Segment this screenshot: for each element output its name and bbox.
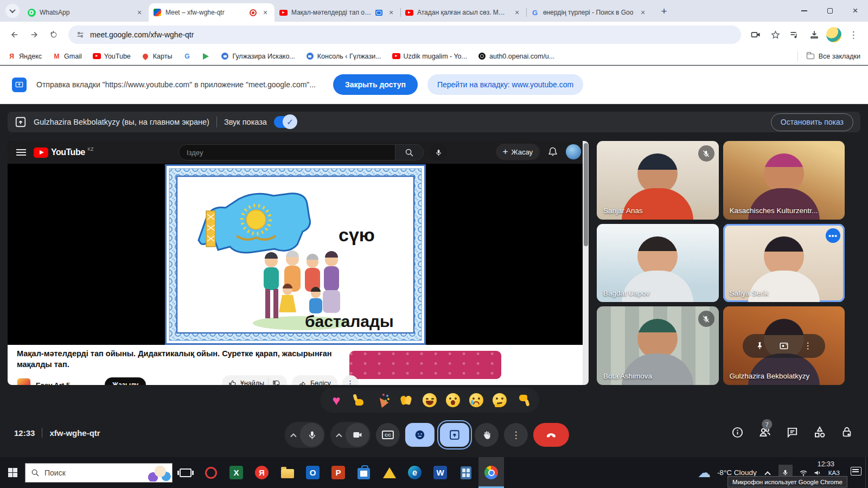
bookmark-uzdik-mugalim[interactable]: Uzdik mugalim - Yo... — [392, 52, 467, 60]
participant-tile-bota[interactable]: Bota Ashimova — [597, 306, 719, 385]
app-file-explorer[interactable] — [275, 457, 300, 488]
like-dislike-buttons[interactable]: Ұнайды — [222, 375, 287, 385]
party-popper-reaction[interactable] — [376, 393, 390, 407]
bookmark-gulzhazira[interactable]: Гулжазира Искако... — [221, 52, 295, 60]
pin-icon[interactable] — [755, 341, 764, 350]
people-panel-button[interactable]: 7 — [758, 426, 771, 439]
keyboard-language[interactable]: КАЗ — [828, 470, 840, 476]
all-bookmarks-button[interactable]: Все закладки — [797, 52, 860, 61]
participant-tile-sanjar[interactable]: Sanjar Anas — [597, 141, 719, 220]
tab-camera-access-button[interactable] — [746, 25, 765, 44]
bookmark-yandex[interactable]: ЯЯндекс — [8, 52, 42, 60]
chat-panel-button[interactable] — [786, 426, 799, 439]
youtube-search-button[interactable] — [395, 144, 424, 160]
tab-youtube-video-1[interactable]: Мақал-мәтелдерді тап ойы × — [275, 3, 400, 22]
app-microsoft-store[interactable] — [351, 457, 376, 488]
bookmark-page-button[interactable] — [766, 25, 784, 44]
weather-text[interactable]: -8°C Cloudy — [717, 468, 757, 477]
new-tab-button[interactable]: + — [656, 4, 672, 19]
subscribe-button[interactable]: Жазылу — [105, 377, 146, 385]
bookmark-openai[interactable]: auth0.openai.com/u... — [478, 52, 554, 60]
mic-button[interactable] — [300, 423, 324, 447]
effects-icon[interactable] — [779, 341, 789, 351]
weather-cloud-icon[interactable]: ☁ — [698, 467, 711, 478]
youtube-logo[interactable]: YouTube KZ — [34, 147, 93, 158]
stop-presenting-button[interactable]: Остановить показ — [771, 113, 853, 131]
app-edge[interactable]: e — [402, 457, 427, 488]
participant-tile-bagdat[interactable]: Bagdat Uapov — [597, 224, 719, 303]
tab-search-chevron-button[interactable] — [5, 4, 20, 18]
suggested-video-thumbnail[interactable] — [349, 351, 501, 379]
tab-google-search[interactable]: G өнердің түрлері - Поиск в Goo × — [526, 3, 652, 22]
address-bar[interactable]: meet.google.com/xfw-wghe-qtr — [68, 25, 741, 44]
participant-tile-safiya[interactable]: ••• Safiya Serik — [723, 224, 845, 303]
app-calculator[interactable] — [453, 457, 478, 488]
share-sound-toggle[interactable]: ✓ — [274, 116, 297, 128]
task-view-button[interactable] — [173, 457, 198, 488]
host-controls-button[interactable] — [841, 426, 853, 438]
menu-icon[interactable] — [16, 149, 26, 156]
participant-options-button[interactable]: ••• — [826, 228, 840, 243]
reload-button[interactable] — [44, 25, 63, 44]
camera-button[interactable] — [346, 423, 369, 447]
taskbar-search-box[interactable]: Поиск — [25, 463, 173, 483]
browser-menu-button[interactable]: ⋮ — [844, 25, 863, 44]
app-yandex[interactable]: Я — [249, 457, 275, 488]
thinking-face-reaction[interactable] — [493, 393, 507, 407]
page-scrollbar[interactable] — [583, 141, 589, 385]
participant-tile-gulzhazira[interactable]: ⋮ Gulzhazira Bekbolatkyzy — [723, 306, 845, 385]
bookmark-youtube[interactable]: YouTube — [93, 52, 131, 60]
youtube-search-input[interactable]: Іздеу — [178, 144, 395, 160]
scrollbar-thumb[interactable] — [584, 143, 588, 246]
share-button[interactable]: Бөлісу — [292, 375, 337, 385]
back-button[interactable] — [5, 25, 24, 44]
bookmark-gmail[interactable]: MGmail — [53, 52, 82, 60]
activities-button[interactable] — [813, 426, 826, 439]
app-outlook[interactable]: O — [300, 457, 326, 488]
participant-tile-kulturzentrum[interactable]: Kasachisches Kulturzentr... — [723, 141, 845, 220]
minimize-button[interactable] — [792, 0, 817, 22]
youtube-profile-avatar[interactable] — [566, 144, 581, 159]
app-google-drive[interactable] — [376, 457, 402, 488]
notifications-bell-icon[interactable] — [547, 146, 558, 157]
close-icon[interactable]: × — [512, 8, 522, 17]
youtube-create-button[interactable]: + Жасау — [496, 144, 540, 160]
mic-options-button[interactable] — [287, 433, 300, 437]
close-window-button[interactable]: × — [843, 0, 868, 22]
bookmark-console[interactable]: Консоль ‹ Гүлжази... — [306, 52, 381, 60]
astonished-face-reaction[interactable] — [446, 393, 460, 407]
app-opera[interactable] — [198, 457, 224, 488]
raise-hand-button[interactable] — [475, 423, 499, 447]
profile-avatar[interactable] — [825, 25, 843, 44]
notification-center-icon[interactable] — [851, 467, 861, 476]
channel-avatar[interactable] — [17, 378, 31, 385]
sparkling-heart-reaction[interactable]: ♥ — [329, 393, 343, 407]
more-options-icon[interactable]: ⋮ — [803, 341, 812, 351]
app-excel[interactable]: X — [224, 457, 249, 488]
bookmark-google-play[interactable] — [202, 52, 210, 60]
tab-meet[interactable]: Meet – xfw-wghe-qtr × — [149, 3, 275, 22]
close-icon[interactable]: × — [135, 8, 144, 17]
youtube-video-player[interactable]: сүю — [8, 164, 583, 345]
meeting-details-button[interactable] — [731, 426, 744, 439]
more-options-button[interactable]: ⋮ — [504, 423, 528, 447]
maximize-button[interactable] — [817, 0, 843, 22]
thumbs-up-reaction[interactable] — [353, 393, 367, 407]
tab-youtube-video-2[interactable]: Атадан қалған асыл сөз. МАКА × — [400, 3, 526, 22]
clapping-hands-reaction[interactable] — [399, 393, 413, 407]
forward-button[interactable] — [25, 25, 43, 44]
close-icon[interactable]: × — [386, 8, 396, 17]
start-button[interactable] — [0, 457, 25, 488]
search-highlights-icon[interactable] — [147, 465, 171, 481]
more-actions-button[interactable]: ⋮ — [342, 375, 359, 385]
close-icon[interactable]: × — [260, 8, 270, 17]
bookmark-google[interactable]: G — [183, 52, 191, 60]
app-powerpoint[interactable]: P — [326, 457, 351, 488]
downloads-button[interactable] — [805, 25, 824, 44]
channel-name[interactable]: Easy Art 5 — [36, 381, 70, 386]
leave-call-button[interactable] — [533, 423, 569, 447]
captions-button[interactable]: CC — [376, 423, 400, 447]
app-chrome[interactable] — [478, 457, 504, 488]
close-icon[interactable]: × — [638, 8, 648, 17]
show-desktop-button[interactable] — [865, 457, 868, 488]
